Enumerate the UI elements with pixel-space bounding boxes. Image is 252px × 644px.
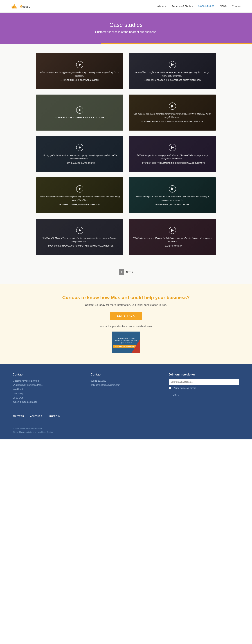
card-overlay-4: Our business has highly benefited from w… <box>129 94 216 130</box>
play-button-6[interactable] <box>169 144 176 151</box>
play-triangle-icon <box>79 188 81 190</box>
footer-contact-col1: Contact Mustard Advisers Limited, 5A Cae… <box>12 373 83 404</box>
case-card-7[interactable]: Helen asks questions which challenge the… <box>36 178 123 214</box>
chevron-down-icon: ▾ <box>165 5 166 7</box>
card-overlay-2: Mustard has brought value to the busines… <box>129 53 216 89</box>
lets-talk-button[interactable]: LET'S TALK <box>110 312 142 320</box>
card-quote-6: I think it's a great idea to engage with… <box>132 154 212 160</box>
footer-contact-col2: Contact 02921 111 262 hello@mustardadvis… <box>91 373 161 404</box>
card-quote-5: We engaged with Mustard because we were … <box>40 154 120 160</box>
play-triangle-icon <box>171 146 174 149</box>
pagination: 1 Next > <box>0 264 252 284</box>
case-card-6[interactable]: I think it's a great idea to engage with… <box>129 136 216 172</box>
play-button-2[interactable] <box>169 61 176 68</box>
copyright: © 2019 Mustard Advisers Limited <box>12 427 240 430</box>
pioneer-text: Mustard is proud to be a Global Welsh Pi… <box>11 325 241 328</box>
hero-section: Case studies Customer service is at the … <box>0 12 252 43</box>
card-overlay-3: — WHAT OUR CLIENTS SAY ABOUT US <box>36 94 123 130</box>
svg-text:M: M <box>19 5 22 8</box>
pioneer-badge: MUSTARD ADVISERS PIONEER <box>113 345 139 348</box>
google-maps-link[interactable]: [Open in Google Maps] <box>12 400 83 404</box>
case-studies-section: When I came across the opportunity to co… <box>0 44 252 264</box>
nav-case-studies[interactable]: Case Studies <box>198 4 214 8</box>
card-attribution-1: — HELEN PHILLIPS, MUSTARD ADVISER <box>60 79 99 81</box>
twitter-link[interactable]: TWITTER <box>12 415 24 418</box>
card-overlay-7: Helen asks questions which challenge the… <box>36 178 123 214</box>
play-button-5[interactable] <box>76 144 83 151</box>
play-button-7[interactable] <box>76 185 83 192</box>
case-card-8[interactable]: Since working with Alan and the team at … <box>129 178 216 214</box>
case-card-4[interactable]: Our business has highly benefited from w… <box>129 94 216 130</box>
play-button-3[interactable] <box>76 106 83 114</box>
case-card-9[interactable]: Working with Mustard has been fantastic … <box>36 219 123 255</box>
page-next[interactable]: Next > <box>126 271 134 274</box>
cta-subtitle: Contact us today for more information. O… <box>11 303 241 306</box>
play-triangle-icon <box>79 146 81 149</box>
card-attribution-8: — HUW DAVID, MD BRIGHT COLLIE <box>156 204 189 206</box>
newsletter-email-input[interactable] <box>169 379 240 385</box>
card-overlay-9: Working with Mustard has been fantastic … <box>36 219 123 255</box>
nav-news[interactable]: News <box>220 4 227 8</box>
footer-contact-title-2: Contact <box>91 373 161 376</box>
card-overlay-6: I think it's a great idea to engage with… <box>129 136 216 172</box>
nav-contact[interactable]: Contact <box>232 5 241 8</box>
case-card-2[interactable]: Mustard has brought value to the busines… <box>129 53 216 89</box>
site-credits: Site by Illustrate digital and How Droid… <box>12 430 240 434</box>
nav-about[interactable]: About ▾ <box>157 5 166 8</box>
card-attribution-7: — CHRIS CONNOR, MANAGING DIRECTOR <box>60 204 100 206</box>
social-links: TWITTER YOUTUBE LINKEDIN <box>12 411 240 420</box>
nav-services[interactable]: Services & Tools ▾ <box>171 5 193 8</box>
card-attribution-6: — STEPHEN GRIFFITHS, MANAGING DIRECTOR D… <box>140 162 205 164</box>
newsletter-checkbox-row: I Agree to receive emails <box>169 387 240 389</box>
play-button-1[interactable] <box>76 61 83 68</box>
card-quote-10: "Big thanks to Alan and Mustard for help… <box>132 236 212 243</box>
footer-phone: 02921 111 262 <box>91 379 161 383</box>
play-triangle-icon <box>171 105 174 108</box>
cta-section: Curious to know how Mustard could help y… <box>0 284 252 364</box>
card-overlay-10: "Big thanks to Alan and Mustard for help… <box>129 219 216 255</box>
color-bar <box>0 43 252 44</box>
footer-newsletter-col: Join our newsletter I Agree to receive e… <box>169 373 240 404</box>
play-button-9[interactable] <box>76 227 83 234</box>
footer-bottom: © 2019 Mustard Advisers Limited Site by … <box>12 424 240 434</box>
site-header: M M ustard About ▾ Services & Tools ▾ Ca… <box>0 0 252 12</box>
card-attribution-9: — LUCY COHEN, MAZUMA CO-FOUNDER AND COMM… <box>46 245 114 247</box>
case-grid: When I came across the opportunity to co… <box>36 53 216 255</box>
card-attribution-4: — SOPHIE HUGHES, CO-FOUNDER AND OPERATIO… <box>141 121 203 123</box>
card-quote-9: Working with Mustard has been fantastic … <box>40 236 120 243</box>
footer-newsletter-title: Join our newsletter <box>169 373 240 376</box>
card-quote-2: Mustard has brought value to the busines… <box>132 71 212 78</box>
play-triangle-icon <box>171 229 174 232</box>
case-card-3[interactable]: — WHAT OUR CLIENTS SAY ABOUT US <box>36 94 123 130</box>
main-nav: About ▾ Services & Tools ▾ Case Studies … <box>157 4 241 8</box>
card-overlay-1: When I came across the opportunity to co… <box>36 53 123 89</box>
footer-address-3: Caerphilly, <box>12 391 83 396</box>
newsletter-checkbox[interactable] <box>169 387 171 389</box>
footer-address-1: 5A Caerphilly Business Park, <box>12 383 83 387</box>
footer-address-2: Van Road, <box>12 387 83 391</box>
play-triangle-icon <box>171 63 174 66</box>
play-button-8[interactable] <box>169 185 176 192</box>
linkedin-link[interactable]: LINKEDIN <box>48 415 60 418</box>
footer-company: Mustard Advisers Limited, <box>12 379 83 383</box>
case-card-5[interactable]: We engaged with Mustard because we were … <box>36 136 123 172</box>
pioneer-image: "A country of big ideas and possibilitie… <box>112 332 140 353</box>
youtube-link[interactable]: YOUTUBE <box>30 415 42 418</box>
chevron-down-icon: ▾ <box>192 5 193 7</box>
logo[interactable]: M M ustard <box>11 3 34 10</box>
card-quote-4: Our business has highly benefited from w… <box>132 112 212 119</box>
footer-email[interactable]: hello@mustardadvisers.com <box>91 383 161 387</box>
play-button-4[interactable] <box>169 102 176 110</box>
special-label: — WHAT OUR CLIENTS SAY ABOUT US <box>55 116 105 119</box>
cta-title: Curious to know how Mustard could help y… <box>11 295 241 300</box>
svg-text:M: M <box>11 6 13 8</box>
footer-contact-title-1: Contact <box>12 373 83 376</box>
play-button-10[interactable] <box>169 227 176 234</box>
card-attribution-2: — MALCOLM PEARCE, MD CUSTOMISED SHEET ME… <box>144 79 201 81</box>
newsletter-join-button[interactable]: JOIN <box>169 392 184 398</box>
case-card-1[interactable]: When I came across the opportunity to co… <box>36 53 123 89</box>
case-card-10[interactable]: "Big thanks to Alan and Mustard for help… <box>129 219 216 255</box>
play-triangle-icon <box>79 108 81 112</box>
play-triangle-icon <box>79 229 81 232</box>
page-current[interactable]: 1 <box>119 269 124 275</box>
